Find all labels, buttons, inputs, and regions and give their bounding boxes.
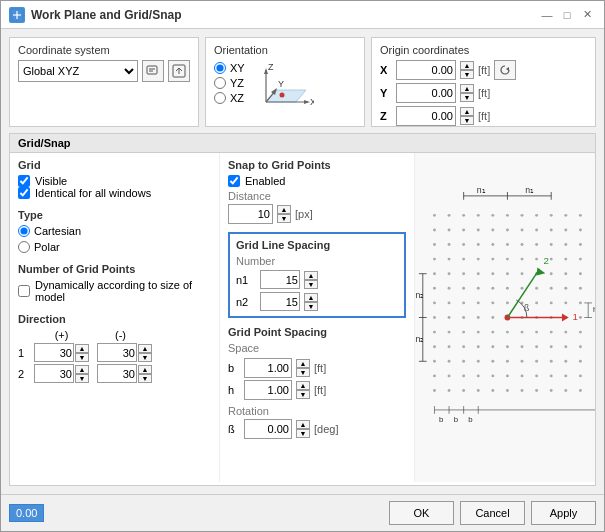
dir-r2minus-down[interactable]: ▼ (138, 374, 152, 383)
numpoints-label: Number of Grid Points (18, 263, 211, 275)
orientation-xy[interactable]: XY (214, 62, 245, 74)
snap-distance-input[interactable] (228, 204, 273, 224)
orientation-xz[interactable]: XZ (214, 92, 245, 104)
origin-x-input[interactable] (396, 60, 456, 80)
svg-point-55 (462, 258, 465, 261)
svg-point-28 (550, 214, 553, 217)
window-title: Work Plane and Grid/Snap (31, 8, 532, 22)
snap-distance-label: Distance (228, 190, 406, 202)
svg-point-40 (564, 228, 567, 231)
space-h-down[interactable]: ▼ (296, 390, 310, 399)
gridline-n1-down[interactable]: ▼ (304, 280, 318, 289)
svg-point-95 (564, 301, 567, 304)
svg-text:n₁: n₁ (477, 185, 486, 195)
svg-point-58 (506, 258, 509, 261)
origin-x-down[interactable]: ▼ (460, 70, 474, 79)
gridline-n1-up[interactable]: ▲ (304, 271, 318, 280)
gridline-n1-label: n1 (236, 274, 256, 286)
gridline-n2-input[interactable] (260, 292, 300, 311)
rotation-input[interactable] (244, 419, 292, 439)
origin-z-down[interactable]: ▼ (460, 116, 474, 125)
dir-r1plus-up[interactable]: ▲ (75, 344, 89, 353)
close-button[interactable]: ✕ (578, 6, 596, 24)
ok-button[interactable]: OK (389, 501, 454, 525)
gridline-n1-input[interactable] (260, 270, 300, 289)
svg-point-96 (579, 301, 582, 304)
minimize-button[interactable]: — (538, 6, 556, 24)
svg-point-38 (535, 228, 538, 231)
snap-distance-down[interactable]: ▼ (277, 214, 291, 223)
svg-point-90 (491, 301, 494, 304)
svg-point-45 (477, 243, 480, 246)
grid-visible-row[interactable]: Visible (18, 175, 211, 187)
orientation-yz[interactable]: YZ (214, 77, 245, 89)
numpoints-dynamic-checkbox[interactable] (18, 285, 30, 297)
numpoints-dynamic-row[interactable]: Dynamically according to size of model (18, 279, 211, 303)
space-h-up[interactable]: ▲ (296, 381, 310, 390)
dir-r2plus-down[interactable]: ▼ (75, 374, 89, 383)
origin-z-label: Z (380, 110, 392, 122)
svg-point-148 (535, 374, 538, 377)
origin-z-row: Z ▲ ▼ [ft] (380, 106, 587, 126)
direction-r2plus-input[interactable] (34, 364, 74, 383)
snap-enabled-row[interactable]: Enabled (228, 175, 406, 187)
space-b-input[interactable] (244, 358, 292, 378)
svg-point-136 (521, 360, 524, 363)
svg-point-31 (433, 228, 436, 231)
direction-minus-label: (-) (93, 329, 148, 341)
svg-point-74 (579, 272, 582, 275)
direction-row-2: 2 ▲ ▼ (18, 364, 211, 383)
origin-x-reset[interactable] (494, 60, 516, 80)
svg-text:h: h (593, 305, 595, 314)
space-b-down[interactable]: ▼ (296, 368, 310, 377)
grid-visible-checkbox[interactable] (18, 175, 30, 187)
title-bar: Work Plane and Grid/Snap — □ ✕ (1, 1, 604, 29)
coordinate-system-select[interactable]: Global XYZ (18, 60, 138, 82)
gridline-n2-up[interactable]: ▲ (304, 293, 318, 302)
rotation-down[interactable]: ▼ (296, 429, 310, 438)
origin-y-input[interactable] (396, 83, 456, 103)
svg-point-156 (491, 389, 494, 392)
dir-r1plus-down[interactable]: ▼ (75, 353, 89, 362)
grid-identical-checkbox[interactable] (18, 187, 30, 199)
snap-distance-up[interactable]: ▲ (277, 205, 291, 214)
rotation-up[interactable]: ▲ (296, 420, 310, 429)
svg-text:1: 1 (573, 311, 578, 322)
origin-z-input[interactable] (396, 106, 456, 126)
grid-identical-row[interactable]: Identical for all windows (18, 187, 211, 199)
type-section: Type Cartesian Polar (18, 209, 211, 253)
direction-r2minus-input[interactable] (97, 364, 137, 383)
type-polar[interactable]: Polar (18, 241, 211, 253)
dir-r1minus-up[interactable]: ▲ (138, 344, 152, 353)
orientation-diagram: Z X Y (255, 60, 315, 115)
type-radio-group: Cartesian Polar (18, 225, 211, 253)
dir-r1minus-down[interactable]: ▼ (138, 353, 152, 362)
type-cartesian[interactable]: Cartesian (18, 225, 211, 237)
dir-r2minus-up[interactable]: ▲ (138, 365, 152, 374)
space-h-input[interactable] (244, 380, 292, 400)
snap-enabled-checkbox[interactable] (228, 175, 240, 187)
svg-point-60 (535, 258, 538, 261)
maximize-button[interactable]: □ (558, 6, 576, 24)
svg-point-29 (564, 214, 567, 217)
direction-r1plus-input[interactable] (34, 343, 74, 362)
gridline-n2-label: n2 (236, 296, 256, 308)
origin-z-up[interactable]: ▲ (460, 107, 474, 116)
space-b-up[interactable]: ▲ (296, 359, 310, 368)
gridline-n1-spin: ▲ ▼ (304, 271, 318, 289)
type-polar-label: Polar (34, 241, 60, 253)
dir-r1minus-spin: ▲ ▼ (138, 344, 152, 362)
origin-x-up[interactable]: ▲ (460, 61, 474, 70)
svg-point-84 (564, 287, 567, 290)
svg-point-115 (535, 331, 538, 334)
cancel-button[interactable]: Cancel (460, 501, 525, 525)
apply-button[interactable]: Apply (531, 501, 596, 525)
dir-r2plus-up[interactable]: ▲ (75, 365, 89, 374)
origin-y-up[interactable]: ▲ (460, 84, 474, 93)
coord-btn-1[interactable] (142, 60, 164, 82)
direction-r1minus-input[interactable] (97, 343, 137, 362)
coord-btn-2[interactable] (168, 60, 190, 82)
gridpoint-section: Grid Point Spacing Space b ▲ ▼ [ft] (228, 326, 406, 439)
gridline-n2-down[interactable]: ▼ (304, 302, 318, 311)
origin-y-down[interactable]: ▼ (460, 93, 474, 102)
